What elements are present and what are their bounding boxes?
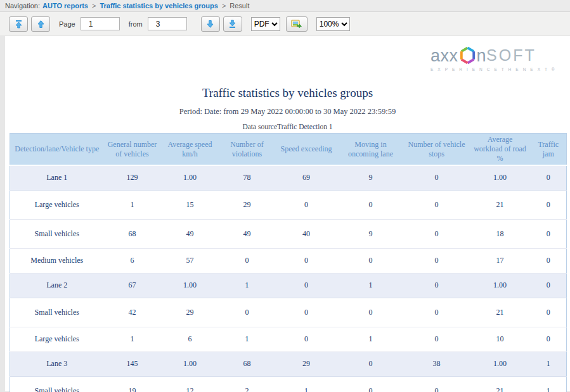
- cell-value: 49: [161, 219, 219, 248]
- cell-value: 1: [275, 376, 338, 392]
- previous-page-icon: [37, 20, 45, 28]
- cell-value: 0: [404, 327, 470, 351]
- row-label: Small vehicles: [10, 298, 104, 327]
- export-format-select[interactable]: PDF: [251, 17, 280, 31]
- report-data-source: Data sourceTraffic Detection 1: [5, 123, 570, 130]
- page-label: Page: [59, 20, 75, 28]
- report-page: axx nSOFT E X P E R I E N C E T H E N E …: [5, 36, 570, 391]
- breadcrumb-link-traffic-statistics[interactable]: Traffic statistics by vehicles groups: [100, 2, 217, 9]
- cell-value: 0: [338, 248, 404, 273]
- last-page-button[interactable]: [223, 16, 242, 32]
- report-table-body: Lane 11291.007869901.000Large vehicles11…: [10, 165, 567, 392]
- cell-value: 6: [104, 248, 161, 273]
- cell-value: 38: [404, 351, 470, 376]
- report-period: Period: Date: from 29 May 2022 00:00:00 …: [5, 107, 570, 117]
- column-header: Average workload of road %: [470, 134, 531, 166]
- row-label: Large vehicles: [10, 190, 104, 219]
- cell-value: 0: [531, 327, 567, 351]
- cell-value: 145: [104, 351, 161, 376]
- column-header: Detection/lane/Vehicle type: [10, 134, 104, 166]
- column-header: Average speed km/h: [161, 134, 219, 166]
- cell-value: 1.00: [470, 351, 531, 376]
- cell-value: 1: [531, 351, 567, 376]
- cell-value: 0: [338, 298, 404, 327]
- cell-value: 78: [219, 165, 275, 190]
- logo-text-n: n: [477, 47, 487, 64]
- cell-value: 40: [275, 219, 338, 248]
- column-header: Number of violations: [219, 134, 275, 166]
- next-page-icon: [206, 20, 214, 28]
- breadcrumb-current: Result: [230, 2, 249, 9]
- column-header: Number of vehicle stops: [404, 134, 470, 166]
- cell-value: 19: [104, 376, 161, 392]
- cell-value: 12: [161, 376, 219, 392]
- cell-value: 0: [275, 327, 338, 351]
- cell-value: 0: [219, 298, 275, 327]
- column-header: General number of vehicles: [104, 134, 161, 166]
- cell-value: 0: [531, 248, 567, 273]
- statistics-table: Detection/lane/Vehicle typeGeneral numbe…: [10, 133, 567, 392]
- cell-value: 10: [470, 327, 531, 351]
- cell-value: 9: [338, 165, 404, 190]
- breadcrumb-link-auto-reports[interactable]: AUTO reports: [42, 2, 88, 9]
- export-button[interactable]: [286, 16, 308, 32]
- column-header: Speed exceeding: [275, 134, 338, 166]
- cell-value: 68: [219, 351, 275, 376]
- breadcrumb-label: Navigation:: [5, 2, 40, 9]
- row-label: Large vehicles: [10, 327, 104, 351]
- axxonsoft-logo: axx nSOFT E X P E R I E N C E T H E N E …: [431, 46, 551, 72]
- logo-tagline: E X P E R I E N C E T H E N E X T ®: [431, 67, 551, 72]
- cell-value: 1.00: [161, 273, 219, 298]
- cell-value: 0: [404, 165, 470, 190]
- breadcrumb-separator: >: [92, 2, 96, 9]
- cell-value: 1: [219, 273, 275, 298]
- row-label: Lane 2: [10, 273, 104, 298]
- cell-value: 0: [219, 248, 275, 273]
- next-page-button[interactable]: [201, 16, 220, 32]
- cell-value: 0: [531, 273, 567, 298]
- cell-value: 15: [161, 190, 219, 219]
- zoom-select[interactable]: 100%: [316, 17, 350, 31]
- cell-value: 29: [219, 190, 275, 219]
- cell-value: 68: [104, 219, 161, 248]
- row-label: Small vehicles: [10, 376, 104, 392]
- last-page-icon: [228, 20, 236, 28]
- cell-value: 2: [219, 376, 275, 392]
- report-table-header-row: Detection/lane/Vehicle typeGeneral numbe…: [10, 134, 567, 166]
- cell-value: 0: [275, 273, 338, 298]
- cell-value: 1: [219, 327, 275, 351]
- export-report-icon: [291, 19, 302, 28]
- first-page-icon: [15, 20, 23, 28]
- cell-value: 0: [531, 165, 567, 190]
- cell-value: 21: [470, 376, 531, 392]
- first-page-button[interactable]: [9, 16, 28, 32]
- cell-value: 0: [404, 376, 470, 392]
- table-row: Small vehicles6849494090180: [10, 219, 567, 248]
- table-row: Lane 11291.007869901.000: [10, 165, 567, 190]
- cell-value: 21: [470, 298, 531, 327]
- cell-value: 0: [531, 190, 567, 219]
- report-toolbar: Page from PDF 100%: [0, 12, 570, 36]
- cell-value: 0: [404, 190, 470, 219]
- cell-value: 1: [104, 327, 161, 351]
- cell-value: 1: [531, 376, 567, 392]
- cell-value: 67: [104, 273, 161, 298]
- cell-value: 0: [275, 190, 338, 219]
- cell-value: 0: [275, 298, 338, 327]
- cell-value: 1: [104, 190, 161, 219]
- page-number-input[interactable]: [81, 17, 120, 30]
- total-pages-input[interactable]: [148, 17, 187, 30]
- cell-value: 1: [338, 273, 404, 298]
- breadcrumb-separator: >: [222, 2, 226, 9]
- cell-value: 1.00: [161, 165, 219, 190]
- column-header: Moving in oncoming lane: [338, 134, 404, 166]
- row-label: Small vehicles: [10, 219, 104, 248]
- cell-value: 69: [275, 165, 338, 190]
- cell-value: 6: [161, 327, 219, 351]
- cell-value: 1.00: [470, 273, 531, 298]
- column-header: Traffic jam: [531, 134, 567, 166]
- row-label: Lane 1: [10, 165, 104, 190]
- from-label: from: [129, 20, 143, 28]
- breadcrumb: Navigation: AUTO reports > Traffic stati…: [0, 0, 570, 12]
- previous-page-button[interactable]: [31, 16, 50, 32]
